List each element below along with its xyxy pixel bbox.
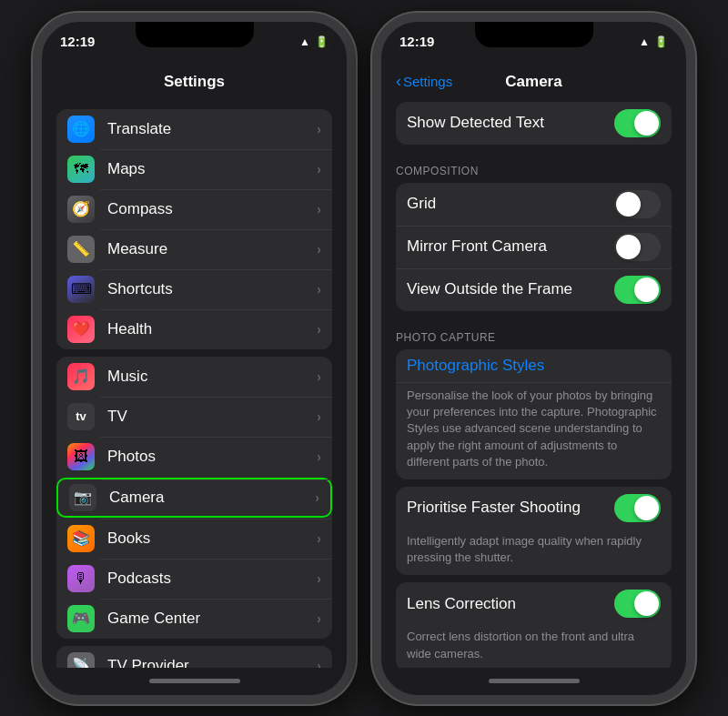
list-item-tv[interactable]: tv TV › bbox=[56, 397, 332, 437]
section-apps-1: 🌐 Translate › 🗺 Maps › 🧭 Compass › 📏 Mea… bbox=[56, 109, 332, 349]
settings-list: 🌐 Translate › 🗺 Maps › 🧭 Compass › 📏 Mea… bbox=[42, 102, 347, 668]
list-item-camera[interactable]: 📷 Camera › bbox=[56, 478, 332, 518]
section-composition: Grid Mirror Front Camera View Outside th… bbox=[396, 183, 672, 311]
photographic-desc: Personalise the look of your photos by b… bbox=[396, 382, 672, 479]
chevron-translate: › bbox=[317, 122, 321, 136]
grid-label: Grid bbox=[407, 195, 614, 213]
tv-icon: tv bbox=[67, 403, 95, 430]
show-detected-text-row: Show Detected Text bbox=[396, 102, 672, 145]
list-item-music[interactable]: 🎵 Music › bbox=[56, 357, 332, 397]
phone-camera: 12:19 ▲ 🔋 ‹ Settings Camera Show Detecte… bbox=[372, 13, 695, 704]
measure-label: Measure bbox=[107, 240, 317, 258]
mirror-front-camera-row: Mirror Front Camera bbox=[396, 226, 672, 268]
section-tvprovider: 📡 TV Provider › bbox=[56, 646, 332, 668]
list-item-translate[interactable]: 🌐 Translate › bbox=[56, 109, 332, 149]
nav-bar: Settings bbox=[42, 62, 347, 102]
prioritise-faster-row: Prioritise Faster Shooting bbox=[396, 487, 672, 529]
chevron-photos: › bbox=[317, 449, 321, 464]
list-item-compass[interactable]: 🧭 Compass › bbox=[56, 189, 332, 229]
chevron-podcasts: › bbox=[317, 571, 321, 586]
list-item-books[interactable]: 📚 Books › bbox=[56, 519, 332, 559]
photographic-styles-link[interactable]: Photographic Styles bbox=[407, 357, 661, 375]
nav-bar-2: ‹ Settings Camera bbox=[381, 62, 686, 102]
list-item-podcasts[interactable]: 🎙 Podcasts › bbox=[56, 559, 332, 599]
photographic-styles-row[interactable]: Photographic Styles bbox=[396, 349, 672, 382]
lens-correction-label: Lens Correction bbox=[407, 595, 614, 613]
list-item-photos[interactable]: 🖼 Photos › bbox=[56, 437, 332, 477]
home-indicator-2 bbox=[381, 668, 686, 695]
compass-icon: 🧭 bbox=[67, 196, 95, 223]
status-time-2: 12:19 bbox=[399, 34, 434, 49]
tvprovider-label: TV Provider bbox=[107, 657, 317, 668]
music-label: Music bbox=[107, 368, 317, 386]
shortcuts-icon: ⌨ bbox=[67, 276, 95, 303]
photos-label: Photos bbox=[107, 448, 317, 466]
prioritise-desc: Intelligently adapt image quality when r… bbox=[396, 529, 672, 575]
chevron-gamecenter: › bbox=[317, 611, 321, 626]
composition-header: COMPOSITION bbox=[381, 152, 686, 183]
view-outside-frame-row: View Outside the Frame bbox=[396, 268, 672, 311]
music-icon: 🎵 bbox=[67, 363, 95, 390]
phone-settings: 12:19 ▲ 🔋 Settings 🌐 Translate › 🗺 Maps … bbox=[33, 13, 356, 704]
list-item-maps[interactable]: 🗺 Maps › bbox=[56, 149, 332, 189]
chevron-shortcuts: › bbox=[317, 282, 321, 297]
view-outside-frame-toggle[interactable] bbox=[614, 276, 661, 304]
settings-scroll[interactable]: 🌐 Translate › 🗺 Maps › 🧭 Compass › 📏 Mea… bbox=[42, 102, 347, 668]
back-chevron-icon: ‹ bbox=[396, 72, 401, 91]
grid-toggle[interactable] bbox=[614, 190, 661, 218]
books-label: Books bbox=[107, 529, 317, 548]
notch-2 bbox=[475, 22, 593, 47]
translate-icon: 🌐 bbox=[67, 116, 95, 143]
nav-title: Settings bbox=[164, 73, 225, 91]
photos-icon: 🖼 bbox=[67, 443, 95, 470]
list-item-measure[interactable]: 📏 Measure › bbox=[56, 229, 332, 269]
tv-label: TV bbox=[107, 408, 317, 426]
wifi-icon: ▲ bbox=[299, 35, 310, 48]
compass-label: Compass bbox=[107, 200, 317, 218]
camera-label: Camera bbox=[109, 489, 315, 507]
section-show-detected: Show Detected Text bbox=[396, 102, 672, 145]
chevron-camera: › bbox=[315, 490, 319, 505]
chevron-tv: › bbox=[317, 409, 321, 424]
chevron-compass: › bbox=[317, 202, 321, 217]
nav-back-button[interactable]: ‹ Settings bbox=[396, 72, 452, 91]
battery-icon: 🔋 bbox=[315, 35, 329, 48]
nav-title-2: Camera bbox=[505, 73, 561, 91]
lens-correction-toggle[interactable] bbox=[614, 590, 661, 618]
chevron-music: › bbox=[317, 369, 321, 384]
gamecenter-icon: 🎮 bbox=[67, 605, 95, 632]
health-label: Health bbox=[107, 320, 317, 338]
section-prioritise: Prioritise Faster Shooting Intelligently… bbox=[396, 487, 672, 575]
prioritise-faster-toggle[interactable] bbox=[614, 494, 661, 522]
notch bbox=[136, 22, 254, 47]
mirror-front-camera-toggle[interactable] bbox=[614, 233, 661, 261]
photographic-description: Personalise the look of your photos by b… bbox=[407, 388, 661, 470]
status-icons: ▲ 🔋 bbox=[299, 35, 329, 48]
photo-capture-header: PHOTO CAPTURE bbox=[381, 318, 686, 349]
mirror-front-camera-label: Mirror Front Camera bbox=[407, 237, 614, 256]
chevron-measure: › bbox=[317, 242, 321, 257]
podcasts-icon: 🎙 bbox=[67, 565, 95, 592]
status-time: 12:19 bbox=[60, 34, 95, 49]
list-item-health[interactable]: ❤️ Health › bbox=[56, 309, 332, 349]
list-item-tvprovider[interactable]: 📡 TV Provider › bbox=[56, 646, 332, 668]
home-bar-2 bbox=[489, 679, 580, 683]
chevron-tvprovider: › bbox=[317, 659, 321, 668]
camera-settings-scroll[interactable]: Show Detected Text COMPOSITION Grid Mirr… bbox=[381, 102, 686, 668]
health-icon: ❤️ bbox=[67, 316, 95, 343]
section-apps-2: 🎵 Music › tv TV › 🖼 Photos › 📷 Camera bbox=[56, 357, 332, 639]
nav-back-label: Settings bbox=[403, 74, 452, 89]
measure-icon: 📏 bbox=[67, 236, 95, 263]
podcasts-label: Podcasts bbox=[107, 570, 317, 588]
gamecenter-label: Game Center bbox=[107, 610, 317, 628]
show-detected-text-toggle[interactable] bbox=[614, 109, 661, 137]
section-photo-capture: Photographic Styles Personalise the look… bbox=[396, 349, 672, 479]
maps-label: Maps bbox=[107, 160, 317, 178]
prioritise-faster-label: Prioritise Faster Shooting bbox=[407, 499, 614, 517]
section-lens: Lens Correction Correct lens distortion … bbox=[396, 582, 672, 667]
lens-correction-row: Lens Correction bbox=[396, 582, 672, 625]
home-bar bbox=[149, 679, 240, 683]
list-item-shortcuts[interactable]: ⌨ Shortcuts › bbox=[56, 269, 332, 309]
list-item-gamecenter[interactable]: 🎮 Game Center › bbox=[56, 599, 332, 639]
lens-desc: Correct lens distortion on the front and… bbox=[396, 625, 672, 667]
